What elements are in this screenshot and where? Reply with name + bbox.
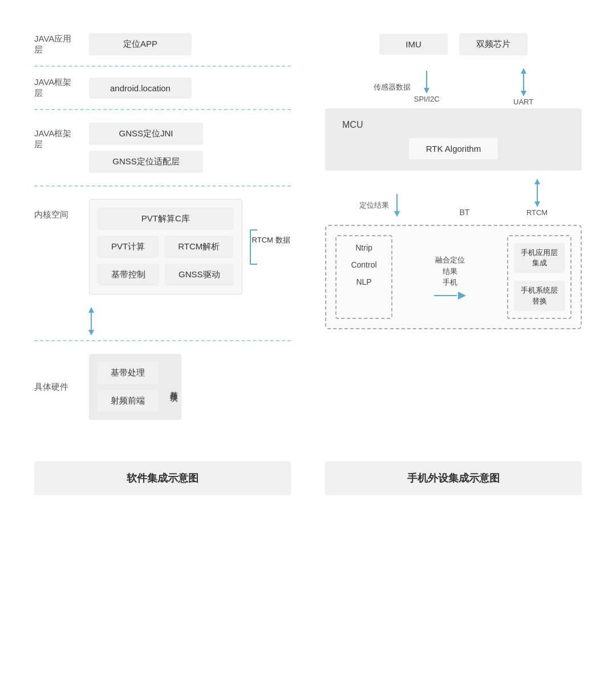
kernel-hardware-arrow [34,307,291,340]
svg-marker-12 [394,211,400,217]
uart-group: UART [513,68,533,106]
svg-marker-10 [521,91,526,96]
svg-marker-9 [521,68,526,74]
position-down-arrow-svg [391,194,403,217]
svg-marker-16 [458,292,466,300]
java-framework-row2: JAVA框架层 GNSS定位JNI GNSS定位适配层 [34,110,291,185]
hardware-row: 具体硬件 基带处理 射频前端 基带模块 [34,341,291,433]
rtcm-right-label: RTCM [526,208,548,217]
position-result-group: 定位结果 [359,194,403,217]
java-app-row: JAVA应用层 定位APP [34,23,291,66]
java-framework-row1: JAVA框架层 android.location [34,67,291,109]
uart-label: UART [513,98,533,106]
rtcm-parse-box: RTCM解析 [164,236,233,258]
java-framework-label2: JAVA框架层 [34,123,80,150]
java-framework-label1: JAVA框架层 [34,77,80,99]
main-container: JAVA应用层 定位APP JAVA框架层 android.location J… [34,23,582,433]
dual-chip-box: 双频芯片 [459,33,528,55]
svg-marker-7 [424,88,429,94]
rtcm-arrow-svg [532,179,543,207]
rf-frontend-box: 射频前端 [97,390,159,412]
bt-label: BT [459,208,469,217]
svg-marker-4 [88,307,94,313]
right-panel: IMU 双频芯片 传感器数据 SPI/I2C [325,23,582,433]
spi-label: SPI/I2C [414,95,440,103]
bt-rtcm-arrows-row: 定位结果 BT RTCM [325,171,582,220]
phone-layers-box: 手机应用层 集成 手机系统层 替换 [507,235,572,319]
pvt-top: PVT解算C库 [98,208,234,230]
kernel-box: PVT解算C库 PVT计算 RTCM解析 基带控制 GNSS驱动 [89,199,242,294]
pvt-bottom: PVT计算 RTCM解析 [98,236,234,258]
fusion-box: 融合定位 结果 手机 [399,235,500,319]
java-app-label: JAVA应用层 [34,34,80,55]
fusion-right-arrow-svg [458,292,466,300]
sensor-arrows-row: 传感器数据 SPI/I2C UART [325,66,582,108]
gnss-adapter-box: GNSS定位适配层 [89,151,203,173]
rtcm-bracket-svg [249,224,266,270]
spi-arrow-group: SPI/I2C [414,71,440,103]
footer: 软件集成示意图 手机外设集成示意图 [34,461,582,495]
fusion-label: 融合定位 结果 手机 [435,254,465,288]
pvt-calc-box: PVT计算 [98,236,159,258]
ntrip-control-nlp-box: Ntrip Control NLP [335,235,392,319]
gnss-driver-box: GNSS驱动 [165,264,234,286]
gnss-jni-box: GNSS定位JNI [89,123,203,145]
sensor-data-label: 传感器数据 [374,82,411,92]
svg-marker-14 [534,179,540,184]
baseband-module-container: 基带处理 射频前端 基带模块 [89,354,181,420]
ntrip-label: Ntrip [355,243,372,252]
baseband-row: 基带控制 GNSS驱动 [98,264,234,286]
left-panel: JAVA应用层 定位APP JAVA框架层 android.location J… [34,23,291,433]
phone-app-box: 手机应用层 集成 [514,243,565,273]
sensor-data-group: 传感器数据 SPI/I2C [374,71,440,103]
v-arrow-1 [86,307,97,336]
hardware-label: 具体硬件 [34,382,80,393]
phone-integration-box: Ntrip Control NLP 融合定位 结果 手机 [325,225,582,329]
kernel-label: 内核空间 [34,199,80,220]
hardware-boxes: 基带处理 射频前端 基带模块 [89,354,181,420]
right-caption: 手机外设集成示意图 [325,461,582,495]
rtcm-bracket: RTCM 数据 [249,224,266,270]
spi-down-arrow-svg [421,71,432,94]
baseband-ctrl-box: 基带控制 [98,264,159,286]
fusion-arrow-line [434,295,457,296]
mcu-label: MCU [337,120,363,130]
android-location-box: android.location [89,78,192,99]
baseband-module-label: 基带模块 [169,385,179,389]
svg-marker-5 [88,330,94,336]
position-result-label: 定位结果 [359,200,389,211]
phone-sys-box: 手机系统层 替换 [514,281,565,310]
rtcm-group: RTCM [526,179,548,217]
control-label: Control [351,260,376,269]
right-top-row: IMU 双频芯片 [325,23,582,66]
bt-group: BT [459,208,469,217]
fusion-arrow-right [434,292,466,300]
imu-box: IMU [379,34,448,55]
nlp-label: NLP [356,277,371,286]
uart-arrow-svg [518,68,529,96]
left-caption: 软件集成示意图 [34,461,291,495]
rtcm-data-label: RTCM 数据 [252,236,290,245]
bidirectional-arrow-svg [86,307,97,336]
pvt-c-box: PVT解算C库 [98,208,234,230]
baseband-proc-box: 基带处理 [97,362,159,384]
mcu-box: MCU RTK Algorithm [325,108,582,171]
svg-marker-15 [534,201,540,207]
gnss-boxes: GNSS定位JNI GNSS定位适配层 [89,123,203,173]
positioning-app-box: 定位APP [89,33,192,55]
rtk-box: RTK Algorithm [409,138,498,159]
kernel-row: 内核空间 PVT解算C库 PVT计算 RTCM解析 基带控制 GNSS驱动 [34,187,291,307]
